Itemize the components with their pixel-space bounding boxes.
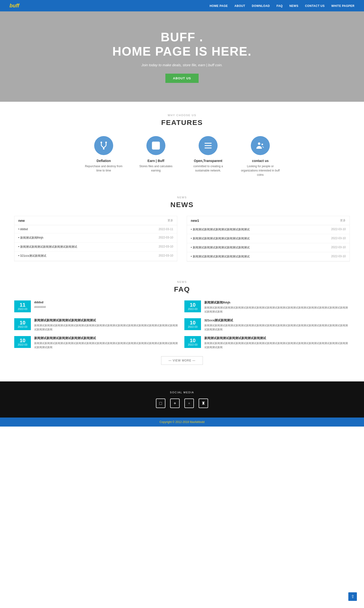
site-logo[interactable]: buff xyxy=(10,3,19,9)
news-col-2: new1 更多 新闻测试新闻测试新闻测试新闻测试新闻测试2022-03-10新闻… xyxy=(187,216,350,261)
faq-item-desc: 新闻测试新闻测试新闻测试新闻测试新闻测试新闻测试新闻测试新闻测试新闻测试新闻测试… xyxy=(204,306,350,313)
faq-day: 10 xyxy=(187,302,199,308)
feature-name: contact us xyxy=(252,159,269,163)
twitter-icon[interactable]: □ xyxy=(156,399,165,408)
hero-cta-button[interactable]: ABOUT US xyxy=(165,74,199,83)
news-item-title: 321ccs测试新闻测试 xyxy=(18,254,46,258)
news-item-date: 2022-03-10 xyxy=(331,228,346,231)
news-list-item[interactable]: 新闻测试新闻测试新闻测试新闻测试新闻测试2022-03-10 xyxy=(187,243,350,252)
faq-item-desc: dddddddd xyxy=(34,305,46,309)
news-item-date: 2022-03-10 xyxy=(331,237,346,241)
news-col2-more[interactable]: 更多 xyxy=(340,218,346,223)
news-col1-list: dddsd2022-03-11新闻测试新闻fhhjh2022-03-10新闻测试… xyxy=(14,225,177,260)
faq-item[interactable]: 10 2022-03 321ccs测试新闻测试 新闻测试新闻测试新闻测试新闻测试… xyxy=(184,318,350,331)
faq-day: 10 xyxy=(17,320,28,325)
svg-point-1 xyxy=(105,142,107,143)
feature-name: Deflation xyxy=(97,159,111,163)
feature-item: Open,Transparent committed to creating a… xyxy=(187,136,229,177)
feature-icon xyxy=(94,136,113,155)
feature-icon xyxy=(146,136,165,155)
nav-link[interactable]: FAQ xyxy=(276,4,283,8)
faq-item[interactable]: 10 2022-03 新闻测试新闻测试新闻测试新闻测试新闻测试 新闻测试新闻测试… xyxy=(14,336,180,349)
faq-item[interactable]: 11 2022-03 dddsd dddddddd xyxy=(14,300,180,313)
feature-desc: Looking for people or organizations inte… xyxy=(239,164,282,177)
footer-copyright: Copyright © 2012-2018 fdasfafdsdd xyxy=(0,418,364,427)
faq-item-desc: 新闻测试新闻测试新闻测试新闻测试新闻测试新闻测试新闻测试新闻测试新闻测试新闻测试… xyxy=(34,324,180,331)
news-list-item[interactable]: 新闻测试新闻测试新闻测试新闻测试新闻测试2022-03-10 xyxy=(187,225,350,234)
news-col1-more[interactable]: 更多 xyxy=(168,218,173,223)
news-item-date: 2022-03-10 xyxy=(159,245,173,249)
faq-day: 10 xyxy=(187,320,199,325)
features-sub: WHY CHOOSE US xyxy=(10,114,354,117)
feature-desc: committed to creating a sustainable netw… xyxy=(187,164,229,173)
svg-line-6 xyxy=(104,146,106,148)
faq-item[interactable]: 10 2022-03 新闻测试新闻测试新闻测试新闻测试新闻测试 新闻测试新闻测试… xyxy=(184,336,350,349)
telegram-icon[interactable]: ⌖ xyxy=(170,399,180,408)
faq-content: 321ccs测试新闻测试 新闻测试新闻测试新闻测试新闻测试新闻测试新闻测试新闻测… xyxy=(204,318,350,331)
faq-date-box: 10 2022-03 xyxy=(14,336,31,348)
faq-month: 2022-03 xyxy=(187,308,199,311)
feature-icon xyxy=(251,136,270,155)
news-col1-label: new xyxy=(18,219,25,223)
news-sub: NEWS xyxy=(14,196,350,199)
news-item-date: 2022-03-10 xyxy=(159,254,173,258)
faq-month: 2022-03 xyxy=(187,343,199,346)
nav-link[interactable]: HOME PAGE xyxy=(209,4,228,8)
faq-day: 10 xyxy=(187,338,199,343)
footer-social: SOCIAL MEDIA □ ⌖ ▫ ♜ xyxy=(0,381,364,418)
svg-rect-8 xyxy=(154,144,158,148)
faq-content: 新闻测试新闻测试新闻测试新闻测试新闻测试 新闻测试新闻测试新闻测试新闻测试新闻测… xyxy=(34,336,180,349)
features-title: FEATURES xyxy=(10,119,354,127)
news-list-item[interactable]: 新闻测试新闻fhhjh2022-03-10 xyxy=(14,233,177,243)
news-item-date: 2022-03-10 xyxy=(159,236,173,240)
faq-title: FAQ xyxy=(14,285,350,293)
news-section: NEWS NEWS new 更多 dddsd2022-03-11新闻测试新闻fh… xyxy=(0,187,364,271)
faq-item-title: 新闻测试新闻fhhjh xyxy=(204,300,350,305)
faq-date-box: 10 2022-03 xyxy=(184,336,201,348)
view-more-button[interactable]: — VIEW MORE — xyxy=(161,356,203,365)
nav-link[interactable]: WHITE PAGPER xyxy=(331,4,354,8)
svg-line-5 xyxy=(101,146,104,148)
svg-point-0 xyxy=(101,142,102,143)
faq-sub: NEWS xyxy=(14,281,350,283)
news-item-date: 2022-03-10 xyxy=(331,255,346,259)
faq-content: 新闻测试新闻测试新闻测试新闻测试新闻测试 新闻测试新闻测试新闻测试新闻测试新闻测… xyxy=(204,336,350,349)
news-item-title: 新闻测试新闻测试新闻测试新闻测试新闻测试 xyxy=(191,237,250,241)
svg-rect-13 xyxy=(205,148,212,148)
news-list-item[interactable]: 新闻测试新闻测试新闻测试新闻测试新闻测试2022-03-10 xyxy=(187,252,350,261)
faq-month: 2022-03 xyxy=(187,325,199,328)
github-icon[interactable]: ♜ xyxy=(199,399,208,408)
news-col1-header: new 更多 xyxy=(14,216,177,225)
nav-link[interactable]: ABOUT xyxy=(234,4,245,8)
nav-link[interactable]: DOWNLOAD xyxy=(252,4,270,8)
news-item-title: 新闻测试新闻测试新闻测试新闻测试新闻测试 xyxy=(191,228,250,231)
svg-rect-12 xyxy=(205,145,212,146)
news-item-title: 新闻测试新闻测试新闻测试新闻测试新闻测试 xyxy=(191,245,250,250)
svg-point-15 xyxy=(261,144,263,145)
faq-day: 10 xyxy=(17,338,28,343)
news-col-1: new 更多 dddsd2022-03-11新闻测试新闻fhhjh2022-03… xyxy=(14,216,177,261)
faq-content: 新闻测试新闻测试新闻测试新闻测试新闻测试 新闻测试新闻测试新闻测试新闻测试新闻测… xyxy=(34,318,180,331)
faq-section: NEWS FAQ 11 2022-03 dddsd dddddddd 10 20… xyxy=(0,271,364,381)
feature-name: Open,Transparent xyxy=(194,159,222,163)
nav-link[interactable]: CONTACT US xyxy=(305,4,325,8)
news-list-item[interactable]: dddsd2022-03-11 xyxy=(14,225,177,233)
news-title: NEWS xyxy=(14,201,350,209)
news-item-title: 新闻测试新闻测试新闻测试新闻测试新闻测试 xyxy=(18,245,77,249)
discord-icon[interactable]: ▫ xyxy=(184,399,194,408)
hero-subtitle: Join today to make deals, store file, ea… xyxy=(142,63,222,67)
news-list-item[interactable]: 新闻测试新闻测试新闻测试新闻测试新闻测试2022-03-10 xyxy=(187,234,350,243)
news-list-item[interactable]: 新闻测试新闻测试新闻测试新闻测试新闻测试2022-03-10 xyxy=(14,243,177,252)
news-list-item[interactable]: 321ccs测试新闻测试2022-03-10 xyxy=(14,252,177,260)
faq-day: 11 xyxy=(17,302,28,308)
nav-link[interactable]: NEWS xyxy=(289,4,298,8)
faq-item[interactable]: 10 2022-03 新闻测试新闻测试新闻测试新闻测试新闻测试 新闻测试新闻测试… xyxy=(14,318,180,331)
nav-links: HOME PAGEABOUTDOWNLOADFAQNEWSCONTACT USW… xyxy=(209,4,354,8)
news-item-title: 新闻测试新闻fhhjh xyxy=(18,236,43,240)
faq-item[interactable]: 10 2022-03 新闻测试新闻fhhjh 新闻测试新闻测试新闻测试新闻测试新… xyxy=(184,300,350,313)
feature-desc: Repurchase and destroy from time to time xyxy=(82,164,125,173)
faq-date-box: 10 2022-03 xyxy=(14,318,31,330)
faq-item-title: dddsd xyxy=(34,300,46,304)
faq-content: dddsd dddddddd xyxy=(34,300,46,309)
hero-section: BUFF . HOME PAGE IS HERE. Join today to … xyxy=(0,11,364,102)
